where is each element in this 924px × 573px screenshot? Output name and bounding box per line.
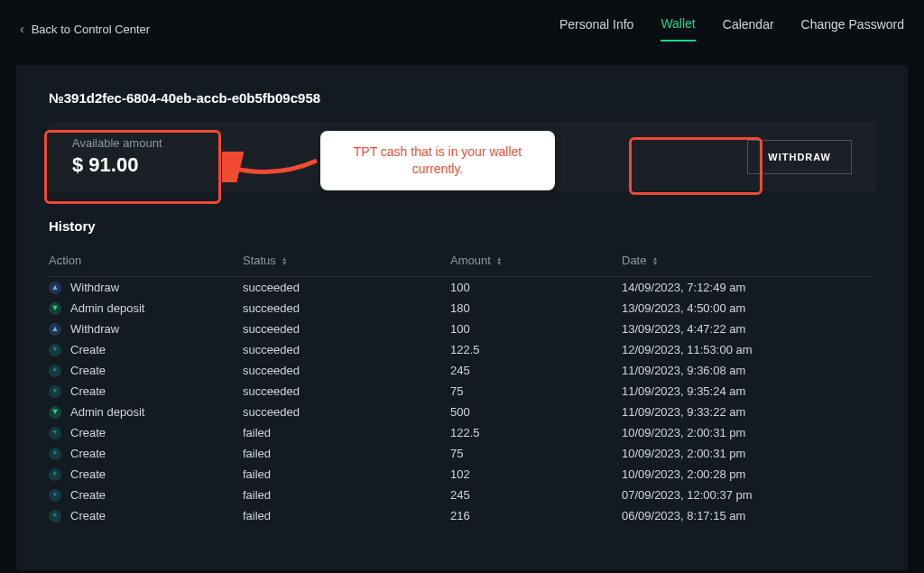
cell-action: +Create [49,384,243,398]
wallet-id: №391d2fec-6804-40eb-accb-e0b5fb09c958 [49,90,875,106]
tab-change-password[interactable]: Change Password [801,17,904,41]
cell-amount: 180 [450,301,622,315]
cell-date: 12/09/2023, 11:53:00 am [622,343,875,356]
balance-block: Available amount $ 91.00 [72,136,162,177]
cell-amount: 122.5 [450,343,622,356]
history-heading: History [49,218,875,234]
action-text: Withdraw [70,281,119,294]
cell-date: 10/09/2023, 2:00:31 pm [622,426,875,439]
cell-status: failed [243,509,450,522]
cell-action: ▲Withdraw [49,322,243,336]
cell-status: succeeded [243,301,450,315]
cell-action: ▼Admin deposit [49,405,243,419]
tab-personal-info[interactable]: Personal Info [559,17,634,41]
action-text: Create [70,467,106,481]
table-row: +Createfailed10210/09/2023, 2:00:28 pm [49,464,875,485]
cell-status: failed [243,488,450,502]
cell-amount: 216 [450,509,622,522]
tab-wallet[interactable]: Wallet [661,16,695,42]
sort-icon: ▲▼ [282,256,288,265]
table-row: ▼Admin depositsucceeded18013/09/2023, 4:… [49,298,875,319]
action-text: Withdraw [70,322,119,336]
cell-status: failed [243,447,450,460]
cell-amount: 100 [450,322,622,336]
cell-status: failed [243,426,450,439]
history-table: Action Status▲▼ Amount▲▼ Date▲▼ ▲Withdra… [49,246,875,526]
cell-amount: 245 [450,364,622,377]
tab-bar: Personal Info Wallet Calendar Change Pas… [559,16,904,42]
col-status[interactable]: Status▲▼ [243,254,450,267]
tab-calendar[interactable]: Calendar [723,17,774,41]
table-row: ▲Withdrawsucceeded10014/09/2023, 7:12:49… [49,277,875,298]
cell-date: 10/09/2023, 2:00:31 pm [622,447,875,460]
cell-action: +Create [49,426,243,439]
cell-action: ▼Admin deposit [49,301,243,315]
table-row: ▲Withdrawsucceeded10013/09/2023, 4:47:22… [49,319,875,339]
cell-amount: 75 [450,447,622,460]
table-row: +Createfailed24507/09/2023, 12:00:37 pm [49,485,875,505]
cell-date: 13/09/2023, 4:47:22 am [622,322,875,336]
cell-amount: 500 [450,405,622,419]
back-button[interactable]: ‹ Back to Control Center [20,22,150,36]
cell-status: succeeded [243,405,450,419]
table-row: +Createsucceeded24511/09/2023, 9:36:08 a… [49,360,875,381]
action-text: Create [70,447,106,460]
cell-action: +Create [49,343,243,356]
sort-icon: ▲▼ [496,256,503,265]
cell-action: +Create [49,447,243,460]
sort-icon: ▲▼ [651,256,658,265]
cell-action: +Create [49,467,243,481]
cell-date: 14/09/2023, 7:12:49 am [622,281,875,294]
action-text: Create [70,384,106,398]
cell-status: failed [243,467,450,481]
cell-date: 11/09/2023, 9:33:22 am [622,405,875,419]
table-row: ▼Admin depositsucceeded50011/09/2023, 9:… [49,402,875,422]
action-text: Admin deposit [70,301,144,315]
col-action[interactable]: Action [49,254,243,267]
row-type-icon: + [49,468,61,481]
cell-date: 06/09/2023, 8:17:15 am [622,509,875,522]
row-type-icon: + [49,344,61,356]
row-type-icon: + [49,365,61,377]
annotation-callout: TPT cash that is in your wallet currentl… [320,131,555,190]
table-row: +Createfailed7510/09/2023, 2:00:31 pm [49,443,875,464]
cell-date: 11/09/2023, 9:35:24 am [622,384,875,398]
cell-action: +Create [49,509,243,522]
cell-action: ▲Withdraw [49,281,243,294]
cell-amount: 122.5 [450,426,622,439]
table-row: +Createfailed122.510/09/2023, 2:00:31 pm [49,422,875,443]
col-date[interactable]: Date▲▼ [622,254,875,267]
table-row: +Createsucceeded7511/09/2023, 9:35:24 am [49,381,875,402]
cell-status: succeeded [243,322,450,336]
row-type-icon: + [49,385,61,398]
row-type-icon: + [49,510,61,522]
cell-amount: 245 [450,488,622,502]
row-type-icon: ▼ [49,302,61,315]
row-type-icon: ▲ [49,323,61,336]
col-amount[interactable]: Amount▲▼ [450,254,622,267]
action-text: Create [70,364,106,377]
cell-amount: 75 [450,384,622,398]
action-text: Admin deposit [70,405,144,419]
withdraw-button[interactable]: WITHDRAW [747,140,852,174]
history-header: Action Status▲▼ Amount▲▼ Date▲▼ [49,246,875,277]
action-text: Create [70,343,106,356]
row-type-icon: + [49,489,61,502]
back-label: Back to Control Center [32,23,151,36]
action-text: Create [70,509,106,522]
action-text: Create [70,488,106,502]
cell-status: succeeded [243,281,450,294]
row-type-icon: + [49,448,61,460]
cell-amount: 102 [450,467,622,481]
chevron-left-icon: ‹ [20,22,24,36]
cell-status: succeeded [243,364,450,377]
balance-label: Available amount [72,136,162,150]
cell-amount: 100 [450,281,622,294]
row-type-icon: ▼ [49,406,61,419]
row-type-icon: ▲ [49,282,61,294]
cell-date: 07/09/2023, 12:00:37 pm [622,488,875,502]
cell-date: 11/09/2023, 9:36:08 am [622,364,875,377]
row-type-icon: + [49,427,61,439]
cell-status: succeeded [243,343,450,356]
cell-action: +Create [49,364,243,377]
